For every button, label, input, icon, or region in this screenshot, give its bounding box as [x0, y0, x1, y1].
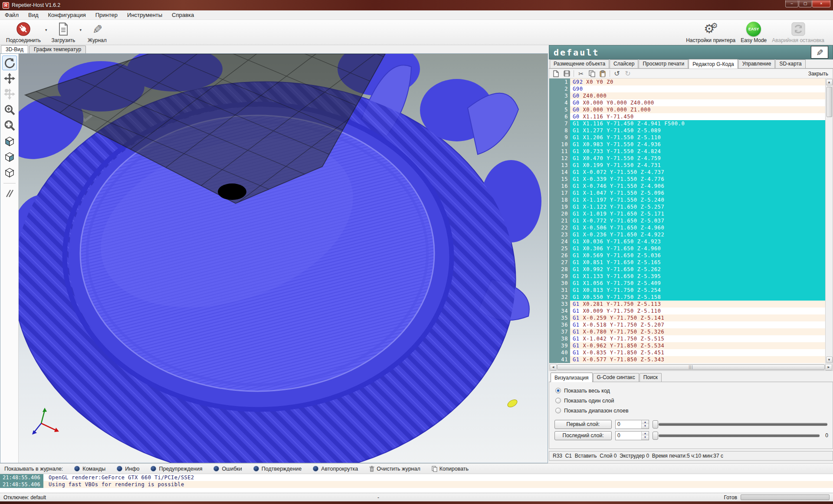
menu-item[interactable]: Принтер	[91, 10, 122, 20]
vertical-scroll-thumb[interactable]	[826, 87, 832, 117]
gcode-line[interactable]: 11G1 X0.733 Y-71.550 Z-4.824	[549, 148, 825, 155]
gcode-line[interactable]: 36G1 X-0.518 Y-71.750 Z-5.207	[549, 321, 825, 328]
load-button[interactable]: Загрузить	[49, 21, 78, 44]
gcode-editor[interactable]: 1G92 X0 Y0 Z02G903G0 Z40.0004G0 X0.000 Y…	[549, 79, 833, 363]
gcode-line[interactable]: 18G1 X-1.197 Y-71.550 Z-5.240	[549, 196, 825, 203]
gcode-line[interactable]: 13G1 X0.199 Y-71.550 Z-4.731	[549, 162, 825, 169]
gcode-line[interactable]: 30G1 X1.056 Y-71.750 Z-5.409	[549, 280, 825, 287]
scroll-right-arrow[interactable]: ►	[825, 364, 832, 370]
horizontal-scrollbar[interactable]: ◄ ||| ►	[549, 363, 833, 371]
tab-temperature-graph[interactable]: График температур	[29, 46, 86, 53]
scroll-down-arrow[interactable]: ▼	[826, 357, 833, 363]
zoom-in-button[interactable]	[2, 102, 17, 117]
gcode-line[interactable]: 7G1 X1.116 Y-71.450 Z-4.941 F500.0	[549, 120, 825, 127]
gcode-line[interactable]: 10G1 X0.983 Y-71.550 Z-4.936	[549, 141, 825, 148]
gcode-line[interactable]: 14G1 X-0.072 Y-71.550 Z-4.737	[549, 169, 825, 176]
slider-handle[interactable]	[653, 420, 658, 429]
menu-item[interactable]: Конфигурация	[43, 10, 91, 20]
menu-item[interactable]: Файл	[0, 10, 23, 20]
gcode-line[interactable]: 37G1 X-0.780 Y-71.750 Z-5.326	[549, 328, 825, 335]
emergency-stop-button[interactable]: Аварийная остановка	[769, 21, 827, 44]
spin-up-icon[interactable]: ▲	[642, 432, 649, 436]
gcode-line[interactable]: 33G1 X0.281 Y-71.750 Z-5.113	[549, 301, 825, 308]
gcode-line[interactable]: 31G1 X0.813 Y-71.750 Z-5.254	[549, 287, 825, 294]
first-layer-button[interactable]: Первый слой:	[554, 420, 612, 429]
log-filter-toggle[interactable]: Предупреждения	[151, 466, 202, 472]
move-viewpoint-button[interactable]	[2, 87, 17, 101]
gcode-line[interactable]: 32G1 X0.550 Y-71.750 Z-5.158	[549, 294, 825, 301]
gcode-line[interactable]: 25G1 X0.306 Y-71.650 Z-4.960	[549, 245, 825, 252]
gcode-line[interactable]: 34G1 X0.009 Y-71.750 Z-5.110	[549, 308, 825, 314]
radio-option[interactable]: Показать один слой	[555, 396, 827, 405]
copy-icon[interactable]	[588, 70, 596, 78]
viz-tab[interactable]: G-Code синтакс	[593, 373, 639, 382]
connect-dropdown-arrow[interactable]: ▾	[43, 28, 49, 32]
minimize-button[interactable]: –	[785, 0, 798, 7]
fit-view-button[interactable]	[2, 118, 17, 133]
scroll-up-arrow[interactable]: ▲	[826, 79, 833, 85]
menu-item[interactable]: Справка	[167, 10, 199, 20]
radio-option[interactable]: Показать весь код	[555, 386, 827, 395]
copy-log-button[interactable]: Копировать	[432, 466, 469, 472]
gcode-line[interactable]: 20G1 X-1.019 Y-71.650 Z-5.171	[549, 210, 825, 217]
printer-settings-button[interactable]: ⚙⚙ Настройки принтера	[683, 21, 738, 44]
undo-icon[interactable]: ↺	[613, 70, 621, 78]
3d-viewport[interactable]	[19, 54, 548, 463]
gcode-line[interactable]: 41G1 X-0.577 Y-71.850 Z-5.343	[549, 356, 825, 363]
horizontal-scroll-thumb[interactable]: |||	[557, 364, 825, 370]
log-filter-toggle[interactable]: Ошибки	[213, 466, 242, 472]
last-layer-button[interactable]: Последний слой:	[554, 431, 612, 440]
cut-icon[interactable]: ✂	[577, 70, 585, 78]
log-filter-toggle[interactable]: Команды	[74, 466, 105, 472]
spin-down-icon[interactable]: ▼	[642, 435, 649, 440]
new-file-icon[interactable]	[552, 70, 560, 78]
first-layer-spinner[interactable]: 0 ▲▼	[615, 420, 649, 429]
gcode-line[interactable]: 24G1 X0.036 Y-71.650 Z-4.923	[549, 238, 825, 245]
gcode-line[interactable]: 15G1 X-0.339 Y-71.550 Z-4.776	[549, 176, 825, 183]
top-view-button[interactable]	[2, 165, 17, 180]
gcode-line[interactable]: 16G1 X-0.746 Y-71.550 Z-4.906	[549, 183, 825, 190]
viz-tab[interactable]: Визуализация	[551, 373, 593, 382]
menu-item[interactable]: Вид	[23, 10, 43, 20]
viz-tab[interactable]: Поиск	[640, 373, 662, 382]
parallel-projection-button[interactable]	[2, 186, 17, 201]
gcode-line[interactable]: 5G0 X0.000 Y0.000 Z1.000	[549, 106, 825, 113]
isometric-view-button[interactable]	[2, 134, 17, 148]
menu-item[interactable]: Инструменты	[122, 10, 167, 20]
right-panel-tab[interactable]: Управление	[738, 59, 775, 68]
gcode-line[interactable]: 9G1 X1.206 Y-71.550 Z-5.110	[549, 134, 825, 141]
log-filter-toggle[interactable]: Автопрокрутка	[313, 466, 358, 472]
right-panel-tab[interactable]: SD-карта	[775, 59, 805, 68]
gcode-line[interactable]: 27G1 X0.851 Y-71.650 Z-5.165	[549, 259, 825, 266]
slider-handle[interactable]	[653, 432, 658, 440]
close-editor-button[interactable]: Закрыть	[808, 71, 830, 77]
first-layer-slider[interactable]	[653, 420, 828, 429]
gcode-line[interactable]: 12G1 X0.470 Y-71.550 Z-4.759	[549, 155, 825, 162]
gcode-line[interactable]: 1G92 X0 Y0 Z0	[549, 79, 825, 85]
log-filter-toggle[interactable]: Подтверждение	[253, 466, 302, 472]
front-view-button[interactable]	[2, 149, 17, 164]
gcode-line[interactable]: 23G1 X-0.236 Y-71.650 Z-4.922	[549, 231, 825, 238]
gcode-line[interactable]: 21G1 X-0.772 Y-71.650 Z-5.037	[549, 217, 825, 224]
close-button[interactable]: ×	[812, 0, 830, 7]
log-filter-toggle[interactable]: Инфо	[117, 466, 139, 472]
right-panel-tab[interactable]: Размещение объекта	[550, 59, 609, 68]
gcode-line[interactable]: 3G0 Z40.000	[549, 92, 825, 99]
move-object-button[interactable]	[2, 71, 17, 86]
gcode-line[interactable]: 6G0 X1.116 Y-71.450	[549, 113, 825, 120]
gcode-line[interactable]: 8G1 X1.277 Y-71.450 Z-5.089	[549, 127, 825, 134]
save-icon[interactable]	[563, 70, 571, 78]
spin-up-icon[interactable]: ▲	[642, 420, 649, 425]
right-panel-tab[interactable]: Слайсер	[610, 59, 638, 68]
gcode-line[interactable]: 26G1 X0.569 Y-71.650 Z-5.036	[549, 252, 825, 259]
gcode-line[interactable]: 19G1 X-1.122 Y-71.650 Z-5.257	[549, 203, 825, 210]
gcode-line[interactable]: 4G0 X0.000 Y0.000 Z40.000	[549, 99, 825, 106]
tab-3d-view[interactable]: 3D-Вид	[1, 45, 28, 53]
easy-mode-button[interactable]: EASY Easy Mode	[738, 21, 769, 44]
vertical-scrollbar[interactable]: ▲ ▼	[825, 79, 833, 363]
gcode-line[interactable]: 39G1 X-0.962 Y-71.850 Z-5.534	[549, 342, 825, 349]
paste-icon[interactable]	[599, 70, 607, 78]
gcode-line[interactable]: 22G1 X-0.506 Y-71.650 Z-4.960	[549, 224, 825, 231]
spin-down-icon[interactable]: ▼	[642, 424, 649, 429]
clear-log-button[interactable]: Очистить журнал	[369, 466, 420, 472]
